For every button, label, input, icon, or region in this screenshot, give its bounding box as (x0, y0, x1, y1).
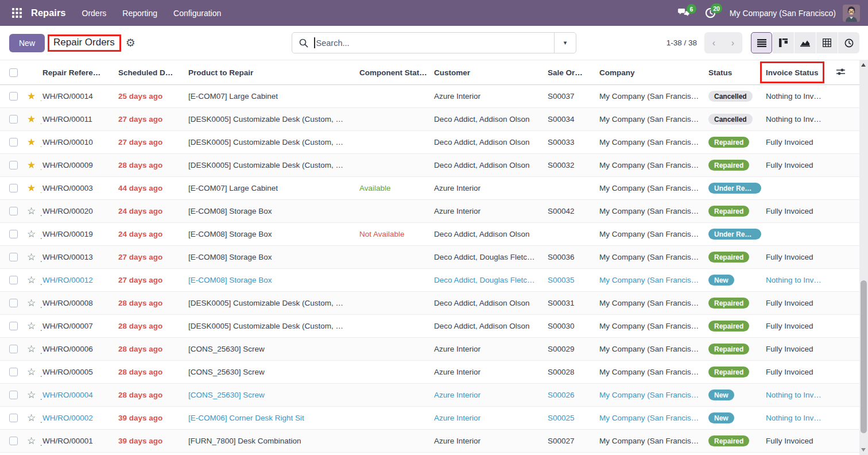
cell-product-to-repair[interactable]: [E-COM08] Storage Box (188, 269, 359, 292)
favorite-star-icon[interactable]: ☆ (27, 297, 36, 309)
table-row[interactable]: ★WH/RO/0000928 days ago[DESK0005] Custom… (0, 154, 859, 177)
cell-repair-reference[interactable]: WH/RO/00014 (42, 85, 118, 108)
row-checkbox[interactable] (9, 345, 18, 353)
table-row[interactable]: ☆WH/RO/0000239 days ago[E-COM06] Corner … (0, 407, 859, 430)
cell-product-to-repair[interactable]: [E-COM08] Storage Box (188, 223, 359, 246)
header-customer[interactable]: Customer (434, 60, 548, 85)
cell-company[interactable]: My Company (San Francis… (599, 292, 708, 315)
cell-component-status[interactable] (359, 85, 434, 108)
cell-customer[interactable]: Deco Addict, Addison Olson (434, 154, 548, 177)
favorite-star-icon[interactable]: ☆ (27, 412, 36, 424)
table-row[interactable]: ☆WH/RO/0002024 days ago[E-COM08] Storage… (0, 200, 859, 223)
cell-status[interactable]: New (708, 384, 766, 407)
cell-component-status[interactable] (359, 315, 434, 338)
menu-reporting[interactable]: Reporting (122, 9, 157, 18)
cell-sale-order[interactable]: S00030 (548, 315, 599, 338)
graph-view-button[interactable] (795, 32, 816, 53)
cell-component-status[interactable] (359, 407, 434, 430)
header-sale-order[interactable]: Sale Or… (548, 60, 599, 85)
header-invoice-status[interactable]: Invoice Status (766, 60, 830, 85)
row-checkbox[interactable] (9, 184, 18, 192)
cell-sale-order[interactable]: S00028 (548, 361, 599, 384)
row-checkbox[interactable] (9, 115, 18, 124)
scrollbar-thumb[interactable] (861, 280, 867, 433)
header-product-to-repair[interactable]: Product to Repair (188, 60, 359, 85)
table-row[interactable]: ★WH/RO/0001127 days ago[DESK0005] Custom… (0, 108, 859, 131)
cell-status[interactable]: Under Rep… (708, 177, 766, 200)
cell-status[interactable]: Repaired (708, 361, 766, 384)
favorite-star-icon[interactable]: ☆ (27, 366, 36, 378)
favorite-star-icon[interactable]: ★ (27, 113, 36, 125)
cell-invoice-status[interactable]: Fully Invoiced (766, 338, 830, 361)
cell-customer[interactable]: Azure Interior (434, 430, 548, 453)
cell-invoice-status[interactable]: Fully Invoiced (766, 361, 830, 384)
cell-company[interactable]: My Company (San Francis… (599, 430, 708, 453)
favorite-star-icon[interactable]: ☆ (27, 343, 36, 355)
menu-orders[interactable]: Orders (82, 9, 107, 18)
header-scheduled-date[interactable]: Scheduled D… (118, 60, 188, 85)
cell-product-to-repair[interactable]: [E-COM07] Large Cabinet (188, 85, 359, 108)
table-row[interactable]: ☆WH/RO/0000628 days ago[CONS_25630] Scre… (0, 338, 859, 361)
cell-scheduled-date[interactable]: 28 days ago (118, 361, 188, 384)
row-checkbox[interactable] (9, 368, 18, 376)
cell-company[interactable]: My Company (San Francis… (599, 223, 708, 246)
cell-product-to-repair[interactable]: [DESK0005] Customizable Desk (Custom, … (188, 131, 359, 154)
cell-company[interactable]: My Company (San Francis… (599, 200, 708, 223)
header-repair-reference[interactable]: Repair Refere… (42, 60, 118, 85)
cell-sale-order[interactable]: S00042 (548, 200, 599, 223)
cell-product-to-repair[interactable]: [E-COM06] Corner Desk Right Sit (188, 407, 359, 430)
cell-customer[interactable]: Deco Addict, Douglas Fletc… (434, 246, 548, 269)
cell-scheduled-date[interactable]: 27 days ago (118, 269, 188, 292)
cell-repair-reference[interactable]: WH/RO/00012 (42, 269, 118, 292)
cell-scheduled-date[interactable]: 28 days ago (118, 338, 188, 361)
cell-status[interactable]: Under Rep… (708, 223, 766, 246)
cell-scheduled-date[interactable]: 44 days ago (118, 177, 188, 200)
cell-component-status[interactable] (359, 108, 434, 131)
cell-component-status[interactable] (359, 338, 434, 361)
cell-product-to-repair[interactable]: [DESK0005] Customizable Desk (Custom, … (188, 292, 359, 315)
cell-product-to-repair[interactable]: [FURN_7800] Desk Combination (188, 430, 359, 453)
activity-view-button[interactable] (838, 32, 859, 53)
cell-repair-reference[interactable]: WH/RO/00010 (42, 131, 118, 154)
cell-status[interactable]: Repaired (708, 131, 766, 154)
pivot-view-button[interactable] (816, 32, 838, 53)
activities-button[interactable]: 20 (705, 7, 716, 18)
cell-component-status[interactable] (359, 269, 434, 292)
table-row[interactable]: ☆WH/RO/0001227 days ago[E-COM08] Storage… (0, 269, 859, 292)
cell-product-to-repair[interactable]: [DESK0005] Customizable Desk (Custom, … (188, 154, 359, 177)
cell-scheduled-date[interactable]: 39 days ago (118, 407, 188, 430)
favorite-star-icon[interactable]: ☆ (27, 251, 36, 263)
cell-repair-reference[interactable]: WH/RO/00007 (42, 315, 118, 338)
table-row[interactable]: ☆WH/RO/0001924 days ago[E-COM08] Storage… (0, 223, 859, 246)
table-row[interactable]: ★WH/RO/0001425 days ago[E-COM07] Large C… (0, 85, 859, 108)
favorite-star-icon[interactable]: ☆ (27, 228, 36, 240)
cell-company[interactable]: My Company (San Francis… (599, 246, 708, 269)
cell-component-status[interactable] (359, 430, 434, 453)
favorite-star-icon[interactable]: ★ (27, 90, 36, 102)
pager-previous-button[interactable]: ‹ (704, 32, 723, 53)
vertical-scrollbar[interactable] (859, 60, 868, 455)
cell-company[interactable]: My Company (San Francis… (599, 108, 708, 131)
cell-repair-reference[interactable]: WH/RO/00011 (42, 108, 118, 131)
cell-scheduled-date[interactable]: 28 days ago (118, 384, 188, 407)
breadcrumb[interactable]: Repair Orders (53, 37, 115, 48)
cell-scheduled-date[interactable]: 24 days ago (118, 200, 188, 223)
apps-menu-icon[interactable] (8, 5, 25, 22)
cell-status[interactable]: Repaired (708, 338, 766, 361)
cell-customer[interactable]: Deco Addict, Addison Olson (434, 131, 548, 154)
row-checkbox[interactable] (9, 391, 18, 399)
row-checkbox[interactable] (9, 207, 18, 215)
table-row[interactable]: ☆WH/RO/0000728 days ago[DESK0005] Custom… (0, 315, 859, 338)
cell-status[interactable]: Repaired (708, 315, 766, 338)
favorite-star-icon[interactable]: ☆ (27, 435, 36, 447)
favorite-star-icon[interactable]: ☆ (27, 274, 36, 286)
cell-sale-order[interactable]: S00037 (548, 85, 599, 108)
cell-component-status[interactable]: Not Available (359, 223, 434, 246)
new-button[interactable]: New (9, 34, 45, 52)
cell-scheduled-date[interactable]: 27 days ago (118, 246, 188, 269)
search-dropdown-toggle[interactable]: ▾ (554, 33, 576, 53)
kanban-view-button[interactable] (773, 32, 794, 53)
cell-sale-order[interactable]: S00025 (548, 407, 599, 430)
header-status[interactable]: Status (708, 60, 766, 85)
cell-invoice-status[interactable]: Nothing to Invoi… (766, 85, 830, 108)
